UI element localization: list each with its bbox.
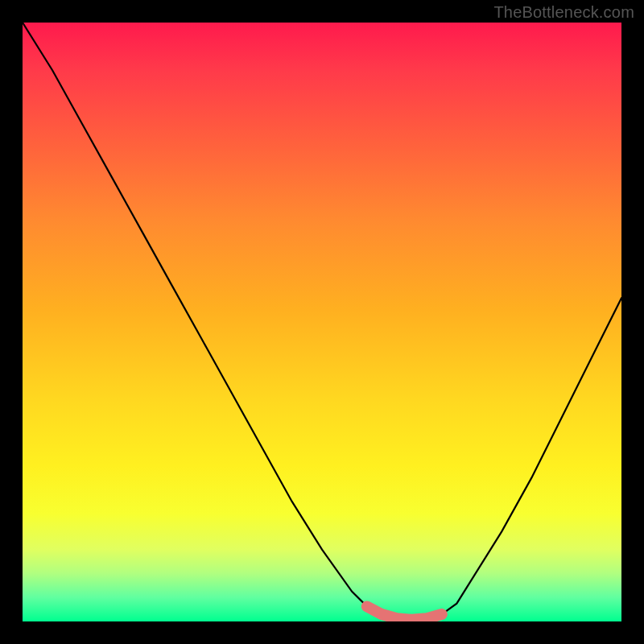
curve-overlay	[23, 23, 621, 621]
plot-area	[23, 23, 621, 621]
bottleneck-curve-path	[23, 23, 621, 620]
watermark-text: TheBottleneck.com	[493, 3, 634, 22]
optimal-zone-highlight	[367, 606, 442, 619]
